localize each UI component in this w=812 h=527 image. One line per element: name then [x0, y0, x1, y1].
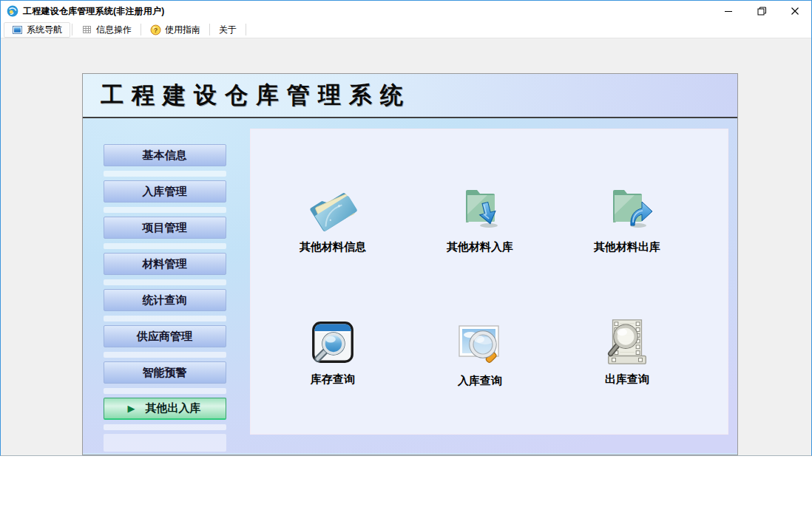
restore-icon: [757, 7, 766, 16]
shortcut-inventory-query[interactable]: 库存查询: [270, 316, 396, 452]
minimize-button[interactable]: [711, 1, 745, 21]
nav-square-icon: [12, 24, 23, 35]
app-window: 工程建设仓库管理系统(非注册用户): [0, 0, 812, 456]
sidebar-item-stats-query[interactable]: 统计查询: [104, 289, 226, 311]
sidebar-item-inbound-mgmt[interactable]: 入库管理: [104, 180, 226, 203]
main-panel: 工程建设仓库管理系统 基本信息 入库管理 项目管理: [82, 73, 738, 455]
sidebar-divider-strip: [104, 352, 226, 358]
sidebar-item-label: 入库管理: [143, 185, 187, 199]
folder-arrow-down-icon: [453, 181, 507, 236]
sidebar-item-project-mgmt[interactable]: 项目管理: [104, 217, 226, 239]
menu-separator: [72, 24, 72, 35]
menu-item-label: 信息操作: [96, 24, 132, 36]
shortcut-other-material-outbound[interactable]: 其他材料出库: [564, 181, 690, 316]
shortcut-label: 出库查询: [605, 373, 649, 387]
close-button[interactable]: [778, 1, 811, 21]
sidebar-item-other-inout[interactable]: ▶ 其他出入库: [104, 398, 226, 420]
shortcut-label: 其他材料信息: [300, 240, 366, 254]
shortcut-panel: 其他材料信息: [250, 129, 728, 435]
shortcut-other-material-info[interactable]: 其他材料信息: [270, 181, 396, 316]
menu-item-label: 关于: [219, 24, 237, 36]
shortcut-label: 库存查询: [311, 373, 355, 387]
sidebar: 基本信息 入库管理 项目管理 材料管理: [83, 118, 246, 453]
window-magnifier-icon: [307, 316, 359, 368]
content-area: 其他材料信息: [246, 118, 737, 453]
menubar: 系统导航 信息操作 ? 使用指南: [1, 21, 811, 38]
shortcut-label: 入库查询: [458, 374, 502, 388]
grid-icon: [81, 24, 92, 35]
sidebar-item-material-mgmt[interactable]: 材料管理: [104, 253, 226, 275]
sidebar-divider-strip: [104, 316, 226, 322]
sidebar-empty-slot: [104, 434, 226, 452]
menu-item-label: 系统导航: [27, 24, 62, 36]
sidebar-item-supplier-mgmt[interactable]: 供应商管理: [104, 325, 226, 347]
menu-item-info-ops[interactable]: 信息操作: [74, 22, 139, 38]
sidebar-divider-strip: [104, 279, 226, 285]
restore-button[interactable]: [745, 1, 778, 21]
sidebar-item-label: 其他出入库: [146, 401, 201, 415]
shortcut-other-material-inbound[interactable]: 其他材料入库: [417, 181, 543, 316]
sidebar-item-smart-alert[interactable]: 智能预警: [104, 361, 226, 384]
sidebar-divider-strip: [104, 171, 226, 177]
film-magnifier-icon: [601, 316, 653, 368]
shortcut-inbound-query[interactable]: 入库查询: [417, 316, 543, 452]
menu-item-guide[interactable]: ? 使用指南: [143, 22, 208, 38]
panel-body: 基本信息 入库管理 项目管理 材料管理: [83, 118, 737, 453]
menu-item-label: 使用指南: [165, 24, 200, 36]
active-arrow-icon: ▶: [128, 404, 135, 413]
menu-item-about[interactable]: 关于: [212, 22, 244, 38]
folder-arrow-up-icon: [600, 181, 654, 236]
sidebar-item-label: 基本信息: [143, 149, 187, 163]
app-logo-icon: [7, 5, 18, 17]
shortcut-label: 其他材料入库: [447, 240, 513, 254]
folder-open-icon: [305, 181, 360, 236]
menu-separator: [141, 24, 141, 35]
sidebar-item-label: 统计查询: [143, 293, 187, 307]
svg-text:?: ?: [154, 27, 158, 34]
menu-separator: [246, 24, 246, 35]
photo-magnifier-icon: [453, 316, 507, 370]
sidebar-item-label: 材料管理: [143, 257, 187, 271]
titlebar: 工程建设仓库管理系统(非注册用户): [1, 1, 811, 21]
menu-separator: [209, 24, 210, 35]
sidebar-divider-strip: [104, 243, 226, 249]
sidebar-item-basic-info[interactable]: 基本信息: [104, 144, 226, 166]
help-icon: ?: [150, 24, 161, 35]
menu-item-system-nav[interactable]: 系统导航: [4, 22, 70, 38]
sidebar-item-label: 供应商管理: [137, 330, 192, 344]
window-title: 工程建设仓库管理系统(非注册用户): [23, 5, 164, 18]
sidebar-divider-strip: [104, 207, 226, 213]
desktop: 工程建设仓库管理系统(非注册用户): [0, 0, 812, 527]
sidebar-item-label: 智能预警: [143, 366, 187, 380]
minimize-icon: [724, 7, 733, 16]
page-title: 工程建设仓库管理系统: [101, 80, 411, 111]
sidebar-divider-strip: [104, 388, 226, 394]
close-icon: [791, 7, 799, 16]
sidebar-divider-strip: [104, 424, 226, 430]
shortcut-outbound-query[interactable]: 出库查询: [564, 316, 690, 452]
banner: 工程建设仓库管理系统: [83, 74, 737, 118]
shortcut-label: 其他材料出库: [594, 240, 660, 254]
sidebar-item-label: 项目管理: [143, 221, 187, 235]
